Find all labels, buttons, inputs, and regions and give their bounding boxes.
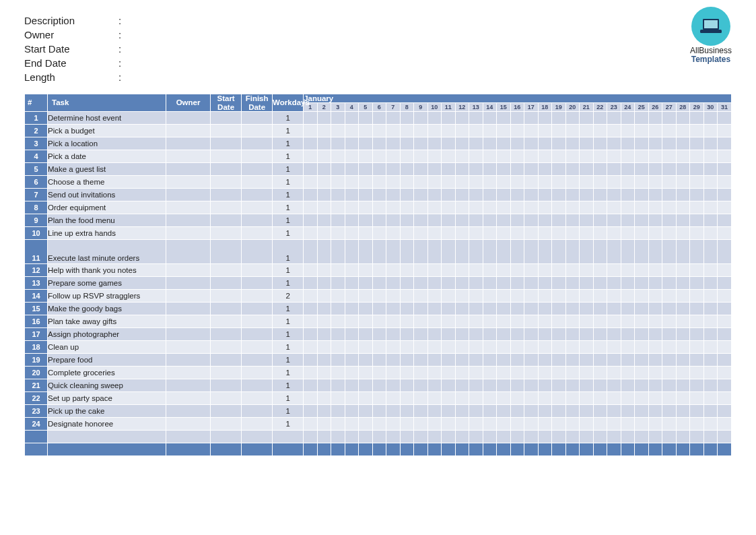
gantt-cell: [580, 189, 594, 201]
row-number: [25, 431, 48, 443]
row-number: 11: [25, 240, 48, 264]
gantt-cell: [442, 189, 456, 201]
gantt-cell: [538, 328, 552, 341]
gantt-cell: [469, 240, 483, 264]
gantt-cell: [497, 303, 511, 315]
gantt-cell: [442, 367, 456, 379]
gantt-cell: [483, 227, 497, 240]
gantt-cell: [552, 392, 566, 405]
gantt-cell: [317, 163, 331, 176]
gantt-cell: [359, 405, 373, 418]
gantt-cell: [607, 163, 621, 176]
gantt-cell: [414, 341, 428, 354]
gantt-cell: [304, 379, 318, 392]
gantt-cell: [676, 201, 690, 214]
gantt-cell: [510, 240, 524, 264]
empty-cell: [359, 443, 373, 456]
gantt-cell: [593, 214, 607, 227]
gantt-cell: [621, 150, 635, 163]
gantt-cell: [400, 264, 414, 277]
gantt-cell: [662, 240, 677, 264]
gantt-cell: [676, 354, 690, 367]
gantt-cell: [442, 354, 456, 367]
gantt-cell: [580, 341, 594, 354]
gantt-cell: [565, 214, 580, 227]
gantt-cell: [497, 125, 511, 137]
gantt-cell: [621, 379, 635, 392]
empty-cell: [662, 443, 677, 456]
task-row: 10Line up extra hands1: [25, 227, 732, 240]
gantt-cell: [469, 112, 483, 125]
meta-colon: :: [118, 57, 132, 69]
gantt-cell: [662, 201, 677, 214]
gantt-cell: [386, 303, 401, 315]
gantt-cell: [497, 418, 511, 431]
gantt-cell: [304, 227, 318, 240]
gantt-cell: [331, 176, 345, 189]
gantt-cell: [524, 290, 539, 303]
gantt-cell: [345, 379, 359, 392]
empty-cell: [510, 431, 524, 443]
gantt-cell: [359, 150, 373, 163]
gantt-cell: [676, 112, 690, 125]
empty-cell: [552, 443, 566, 456]
gantt-cell: [648, 418, 662, 431]
gantt-cell: [359, 201, 373, 214]
gantt-cell: [427, 418, 442, 431]
task-start: [211, 379, 242, 392]
gantt-cell: [427, 240, 442, 264]
gantt-cell: [427, 150, 442, 163]
gantt-cell: [580, 201, 594, 214]
gantt-cell: [455, 189, 469, 201]
empty-cell: [469, 443, 483, 456]
gantt-cell: [427, 354, 442, 367]
gantt-cell: [580, 240, 594, 264]
project-meta: Description : Owner : Start Date : End D…: [24, 13, 732, 84]
gantt-cell: [621, 240, 635, 264]
gantt-cell: [483, 176, 497, 189]
col-header-owner: Owner: [166, 94, 211, 112]
gantt-cell: [524, 303, 539, 315]
gantt-cell: [635, 189, 649, 201]
day-header: 21: [580, 103, 594, 112]
gantt-cell: [442, 137, 456, 150]
gantt-cell: [690, 112, 704, 125]
gantt-cell: [386, 277, 401, 290]
meta-owner: Owner :: [24, 28, 732, 42]
gantt-cell: [552, 315, 566, 328]
day-header: 2: [317, 103, 331, 112]
gantt-cell: [703, 418, 718, 431]
gantt-cell: [510, 189, 524, 201]
gantt-cell: [304, 214, 318, 227]
task-owner: [166, 392, 211, 405]
empty-cell: [676, 431, 690, 443]
task-workdays: 1: [273, 189, 304, 201]
gantt-cell: [662, 227, 677, 240]
gantt-cell: [718, 201, 732, 214]
gantt-cell: [676, 392, 690, 405]
gantt-cell: [455, 112, 469, 125]
empty-cell: [593, 431, 607, 443]
gantt-cell: [621, 125, 635, 137]
gantt-cell: [317, 240, 331, 264]
gantt-cell: [580, 418, 594, 431]
gantt-cell: [690, 277, 704, 290]
day-header: 18: [538, 103, 552, 112]
empty-cell: [690, 443, 704, 456]
gantt-cell: [565, 227, 580, 240]
gantt-cell: [510, 150, 524, 163]
gantt-cell: [469, 176, 483, 189]
gantt-cell: [524, 189, 539, 201]
task-finish: [242, 125, 273, 137]
gantt-cell: [703, 303, 718, 315]
task-owner: [166, 163, 211, 176]
gantt-cell: [372, 214, 386, 227]
gantt-cell: [414, 405, 428, 418]
gantt-cell: [386, 392, 401, 405]
row-number: 5: [25, 163, 48, 176]
gantt-cell: [400, 176, 414, 189]
empty-cell: [662, 431, 677, 443]
gantt-cell: [345, 367, 359, 379]
gantt-cell: [483, 354, 497, 367]
empty-cell: [607, 431, 621, 443]
